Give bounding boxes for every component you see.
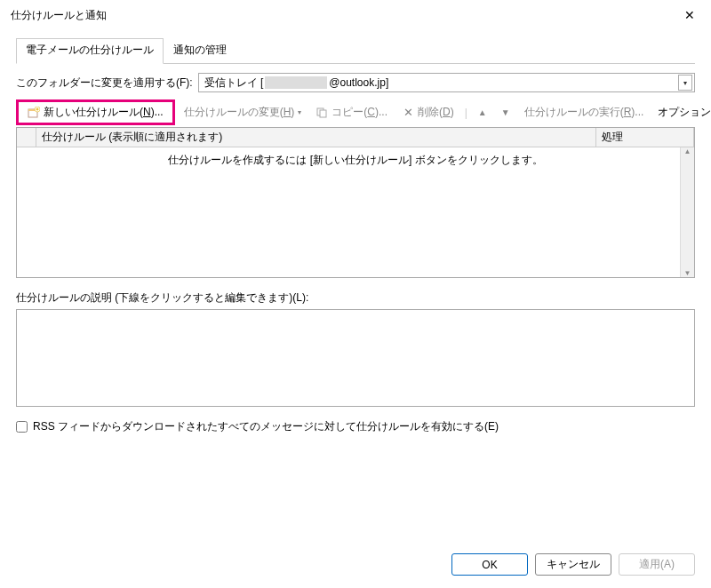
folder-value-suffix: @outlook.jp] [329, 76, 388, 89]
ok-button[interactable]: OK [451, 553, 528, 576]
chevron-down-icon: ▾ [298, 108, 301, 116]
masked-account-name [265, 76, 327, 89]
move-down-button[interactable]: ▼ [496, 106, 515, 119]
ok-button-label: OK [482, 559, 497, 571]
new-rule-icon [28, 107, 40, 119]
folder-value-prefix: 受信トレイ [ [204, 75, 264, 91]
change-rule-label: 仕分けルールの変更(H) [184, 105, 295, 120]
tab-notifications[interactable]: 通知の管理 [164, 38, 236, 64]
dialog-footer: OK キャンセル 適用(A) [0, 543, 711, 588]
highlight-new-rule: 新しい仕分けルール(N)... [16, 99, 175, 125]
delete-rule-label: 削除(D) [418, 105, 454, 120]
options-button[interactable]: オプション(O) [652, 103, 711, 122]
tab-notifications-label: 通知の管理 [173, 44, 227, 56]
dialog-title: 仕分けルールと通知 [11, 8, 107, 23]
tab-email-rules-label: 電子メールの仕分けルール [26, 44, 154, 56]
rss-enable-label: RSS フィードからダウンロードされたすべてのメッセージに対して仕分けルールを有… [33, 419, 499, 434]
dialog-body: 電子メールの仕分けルール 通知の管理 このフォルダーに変更を適用する(F): 受… [0, 30, 711, 543]
scroll-down-icon: ▼ [684, 269, 691, 277]
vertical-scrollbar[interactable]: ▲ ▼ [680, 147, 694, 277]
apply-folder-label: このフォルダーに変更を適用する(F): [16, 75, 193, 91]
rules-empty-hint: 仕分けルールを作成するには [新しい仕分けルール] ボタンをクリックします。 [17, 147, 694, 173]
new-rule-label: 新しい仕分けルール(N)... [44, 105, 164, 120]
delete-icon: ✕ [402, 107, 414, 119]
change-rule-button[interactable]: 仕分けルールの変更(H) ▾ [179, 103, 308, 122]
cancel-button-label: キャンセル [547, 557, 600, 572]
rules-toolbar: 新しい仕分けルール(N)... 仕分けルールの変更(H) ▾ コピー(C)...… [16, 99, 695, 125]
apply-button-label: 適用(A) [639, 557, 675, 572]
apply-folder-value: 受信トレイ [ @outlook.jp] [204, 75, 389, 91]
rules-col-action[interactable]: 処理 [596, 128, 694, 147]
scroll-up-icon: ▲ [684, 147, 691, 155]
apply-button: 適用(A) [619, 553, 695, 576]
rule-description-box[interactable] [16, 309, 695, 407]
arrow-down-icon: ▼ [501, 107, 510, 117]
titlebar: 仕分けルールと通知 ✕ [0, 0, 711, 30]
tab-email-rules[interactable]: 電子メールの仕分けルール [16, 38, 164, 64]
new-rule-button[interactable]: 新しい仕分けルール(N)... [22, 103, 169, 122]
rules-col-rule[interactable]: 仕分けルール (表示順に適用されます) [36, 128, 596, 147]
apply-folder-select[interactable]: 受信トレイ [ @outlook.jp] ▾ [198, 73, 695, 92]
rules-list: 仕分けルール (表示順に適用されます) 処理 仕分けルールを作成するには [新し… [16, 127, 695, 278]
run-rules-label: 仕分けルールの実行(R)... [524, 105, 644, 120]
tab-strip: 電子メールの仕分けルール 通知の管理 [16, 37, 695, 64]
copy-icon [316, 107, 328, 119]
options-label: オプション(O) [658, 105, 711, 120]
arrow-up-icon: ▲ [478, 107, 487, 117]
rules-list-header: 仕分けルール (表示順に適用されます) 処理 [17, 128, 694, 147]
cancel-button[interactable]: キャンセル [535, 553, 611, 576]
dropdown-arrow-icon[interactable]: ▾ [678, 75, 692, 91]
copy-rule-button[interactable]: コピー(C)... [310, 103, 393, 122]
rss-enable-checkbox[interactable] [16, 421, 28, 433]
svg-rect-4 [320, 110, 326, 117]
apply-folder-row: このフォルダーに変更を適用する(F): 受信トレイ [ @outlook.jp]… [16, 73, 695, 92]
move-up-button[interactable]: ▲ [473, 106, 492, 119]
rules-and-alerts-dialog: 仕分けルールと通知 ✕ 電子メールの仕分けルール 通知の管理 このフォルダーに変… [0, 0, 711, 588]
delete-rule-button[interactable]: ✕ 削除(D) [396, 103, 459, 122]
rules-col-checkbox [17, 128, 36, 147]
rule-description-label: 仕分けルールの説明 (下線をクリックすると編集できます)(L): [16, 290, 695, 306]
rules-list-body[interactable]: 仕分けルールを作成するには [新しい仕分けルール] ボタンをクリックします。 [17, 147, 694, 277]
run-rules-button[interactable]: 仕分けルールの実行(R)... [519, 103, 650, 122]
copy-rule-label: コピー(C)... [332, 105, 387, 120]
toolbar-separator: | [463, 107, 469, 119]
close-icon: ✕ [684, 8, 695, 22]
close-button[interactable]: ✕ [675, 5, 704, 25]
rss-enable-row[interactable]: RSS フィードからダウンロードされたすべてのメッセージに対して仕分けルールを有… [16, 419, 695, 434]
